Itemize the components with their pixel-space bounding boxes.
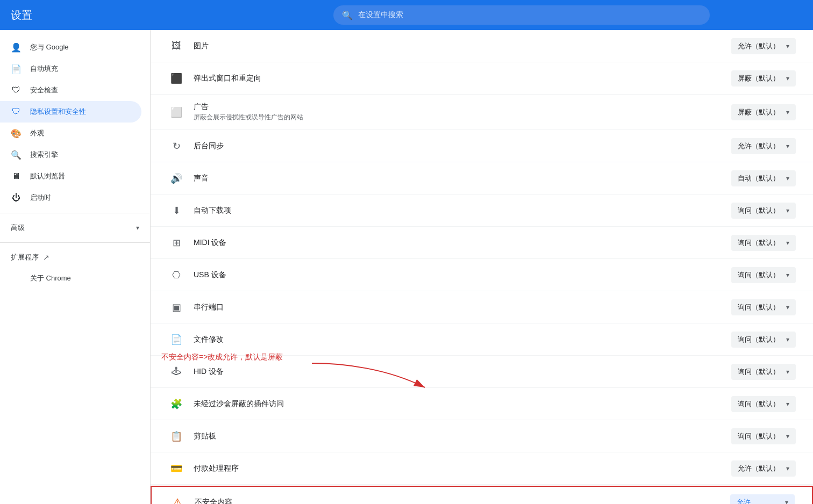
sound-title: 声音 bbox=[194, 174, 731, 183]
hid-action: 询问（默认）▾ bbox=[731, 364, 796, 380]
sidebar-divider-2 bbox=[0, 242, 150, 243]
settings-row-serial: ▣串行端口询问（默认）▾ bbox=[151, 291, 813, 323]
search-bar[interactable]: 🔍 在设置中搜索 bbox=[333, 5, 710, 25]
background-sync-title: 后台同步 bbox=[194, 141, 731, 151]
sidebar-item-search[interactable]: 🔍 搜索引擎 bbox=[0, 144, 141, 165]
serial-value: 询问（默认） bbox=[738, 303, 780, 312]
sidebar-advanced[interactable]: 高级 ▾ bbox=[0, 218, 150, 238]
settings-row-popups: ⬛弹出式窗口和重定向屏蔽（默认）▾ bbox=[151, 62, 813, 95]
sound-icon: 🔊 bbox=[168, 172, 185, 184]
file-edit-content: 文件修改 bbox=[194, 335, 731, 344]
sidebar-item-startup[interactable]: ⏻ 启动时 bbox=[0, 187, 141, 208]
sidebar-item-appearance[interactable]: 🎨 外观 bbox=[0, 123, 141, 144]
sound-value: 自动（默认） bbox=[738, 174, 780, 183]
file-edit-icon: 📄 bbox=[168, 334, 185, 345]
settings-row-file-edit: 📄文件修改询问（默认）▾ bbox=[151, 323, 813, 356]
chrome-icon bbox=[11, 273, 22, 284]
midi-dropdown[interactable]: 询问（默认）▾ bbox=[731, 235, 796, 251]
sidebar-item-privacy[interactable]: 🛡 隐私设置和安全性 bbox=[0, 101, 141, 123]
settings-row-images: 🖼图片允许（默认）▾ bbox=[151, 30, 813, 62]
chevron-down-icon: ▾ bbox=[786, 239, 789, 247]
usb-action: 询问（默认）▾ bbox=[731, 267, 796, 283]
advanced-label: 高级 bbox=[11, 223, 136, 233]
hid-content: HID 设备 bbox=[194, 367, 731, 377]
settings-row-ads: ⬜广告屏蔽会展示侵扰性或误导性广告的网站屏蔽（默认）▾ bbox=[151, 95, 813, 130]
payment-action: 允许（默认）▾ bbox=[731, 460, 796, 477]
auto-download-dropdown[interactable]: 询问（默认）▾ bbox=[731, 203, 796, 219]
sidebar-about-chrome[interactable]: 关于 Chrome bbox=[0, 268, 141, 289]
insecure-action: 允许▾ bbox=[730, 494, 795, 504]
popups-dropdown[interactable]: 屏蔽（默认）▾ bbox=[731, 70, 796, 87]
settings-row-usb: ⎔USB 设备询问（默认）▾ bbox=[151, 259, 813, 291]
clipboard-dropdown[interactable]: 询问（默认）▾ bbox=[731, 428, 796, 444]
images-value: 允许（默认） bbox=[738, 41, 780, 51]
payment-value: 允许（默认） bbox=[738, 464, 780, 473]
settings-list: 🖼图片允许（默认）▾⬛弹出式窗口和重定向屏蔽（默认）▾⬜广告屏蔽会展示侵扰性或误… bbox=[151, 30, 813, 504]
hid-title: HID 设备 bbox=[194, 367, 731, 377]
images-dropdown[interactable]: 允许（默认）▾ bbox=[731, 38, 796, 54]
chevron-down-icon: ▾ bbox=[136, 224, 139, 232]
settings-row-clipboard: 📋剪贴板询问（默认）▾ bbox=[151, 420, 813, 452]
sound-content: 声音 bbox=[194, 174, 731, 183]
hid-icon: 🕹 bbox=[168, 366, 185, 377]
settings-row-auto-download: ⬇自动下载项询问（默认）▾ bbox=[151, 195, 813, 227]
insecure-icon: ⚠ bbox=[169, 496, 186, 504]
ads-title: 广告 bbox=[194, 102, 731, 112]
settings-row-background-sync: ↻后台同步允许（默认）▾ bbox=[151, 130, 813, 162]
file-edit-value: 询问（默认） bbox=[738, 335, 780, 344]
sound-dropdown[interactable]: 自动（默认）▾ bbox=[731, 170, 796, 186]
usb-dropdown[interactable]: 询问（默认）▾ bbox=[731, 267, 796, 283]
sidebar-label-privacy: 隐私设置和安全性 bbox=[30, 107, 86, 117]
sound-action: 自动（默认）▾ bbox=[731, 170, 796, 186]
hid-value: 询问（默认） bbox=[738, 367, 780, 377]
clipboard-content: 剪贴板 bbox=[194, 431, 731, 441]
sidebar-extensions[interactable]: 扩展程序 ↗ bbox=[0, 247, 150, 268]
serial-title: 串行端口 bbox=[194, 303, 731, 312]
payment-content: 付款处理程序 bbox=[194, 464, 731, 473]
sidebar-item-autofill[interactable]: 📄 自动填充 bbox=[0, 58, 141, 80]
hid-dropdown[interactable]: 询问（默认）▾ bbox=[731, 364, 796, 380]
background-sync-value: 允许（默认） bbox=[738, 141, 780, 151]
chevron-down-icon: ▾ bbox=[786, 271, 789, 279]
file-edit-action: 询问（默认）▾ bbox=[731, 332, 796, 348]
external-link-icon: ↗ bbox=[43, 253, 49, 262]
chevron-down-icon: ▾ bbox=[786, 336, 789, 343]
browser-icon: 🖥 bbox=[11, 171, 22, 182]
sidebar-item-default-browser[interactable]: 🖥 默认浏览器 bbox=[0, 165, 141, 187]
sidebar-item-you-google[interactable]: 👤 您与 Google bbox=[0, 37, 141, 58]
serial-action: 询问（默认）▾ bbox=[731, 299, 796, 315]
sidebar-label-autofill: 自动填充 bbox=[30, 64, 58, 74]
chevron-down-icon: ▾ bbox=[786, 368, 789, 376]
file-edit-dropdown[interactable]: 询问（默认）▾ bbox=[731, 332, 796, 348]
background-sync-dropdown[interactable]: 允许（默认）▾ bbox=[731, 138, 796, 154]
sidebar-item-security[interactable]: 🛡 安全检查 bbox=[0, 80, 141, 101]
payment-dropdown[interactable]: 允许（默认）▾ bbox=[731, 460, 796, 477]
chevron-down-icon: ▾ bbox=[785, 499, 788, 504]
midi-value: 询问（默认） bbox=[738, 238, 780, 248]
midi-title: MIDI 设备 bbox=[194, 238, 731, 248]
chevron-down-icon: ▾ bbox=[786, 175, 789, 182]
search-input[interactable]: 在设置中搜索 bbox=[358, 10, 403, 20]
plugins-value: 询问（默认） bbox=[738, 399, 780, 409]
sidebar-label-default-browser: 默认浏览器 bbox=[30, 171, 65, 181]
chevron-down-icon: ▾ bbox=[786, 207, 789, 214]
ads-dropdown[interactable]: 屏蔽（默认）▾ bbox=[731, 104, 796, 120]
images-content: 图片 bbox=[194, 41, 731, 51]
images-title: 图片 bbox=[194, 41, 731, 51]
page-title: 设置 bbox=[11, 8, 97, 23]
settings-row-plugins: 🧩未经过沙盒屏蔽的插件访问询问（默认）▾ bbox=[151, 388, 813, 420]
plugins-dropdown[interactable]: 询问（默认）▾ bbox=[731, 396, 796, 412]
auto-download-title: 自动下载项 bbox=[194, 206, 731, 215]
chevron-down-icon: ▾ bbox=[786, 75, 789, 82]
clipboard-title: 剪贴板 bbox=[194, 431, 731, 441]
insecure-value: 允许 bbox=[737, 498, 751, 504]
serial-icon: ▣ bbox=[168, 301, 185, 313]
plugins-action: 询问（默认）▾ bbox=[731, 396, 796, 412]
payment-icon: 💳 bbox=[168, 463, 185, 474]
sidebar-label-startup: 启动时 bbox=[30, 193, 51, 203]
usb-value: 询问（默认） bbox=[738, 270, 780, 280]
insecure-dropdown[interactable]: 允许▾ bbox=[730, 494, 795, 504]
serial-dropdown[interactable]: 询问（默认）▾ bbox=[731, 299, 796, 315]
midi-action: 询问（默认）▾ bbox=[731, 235, 796, 251]
startup-icon: ⏻ bbox=[11, 192, 22, 203]
